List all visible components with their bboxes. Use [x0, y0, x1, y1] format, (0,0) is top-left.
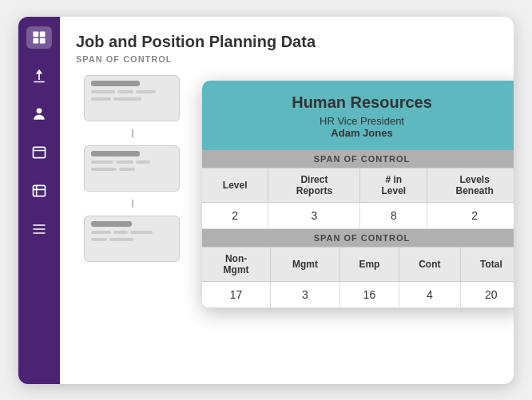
org-dot-2a — [91, 97, 111, 101]
col-levels-beneath: LevelsBeneath — [427, 168, 514, 202]
org-dots-6 — [91, 238, 173, 241]
svg-rect-7 — [34, 185, 46, 196]
page-title: Job and Position Planning Data — [76, 33, 498, 51]
col-mgmt: Mgmt — [271, 247, 340, 281]
panel-role: HR Vice President — [210, 115, 514, 127]
table2-row-1: 17 3 16 4 20 — [202, 281, 514, 307]
org-dots-2 — [91, 97, 173, 101]
org-dot-1c — [136, 90, 156, 93]
org-card-mid — [84, 145, 180, 192]
panel-table-1: Level DirectReports # inLevel LevelsBene… — [202, 168, 514, 229]
cell-emp: 16 — [339, 281, 399, 307]
svg-rect-3 — [40, 38, 46, 43]
org-line-1 — [91, 81, 140, 86]
svg-rect-0 — [34, 31, 39, 37]
col-cont: Cont — [399, 247, 460, 281]
svg-rect-5 — [34, 147, 46, 157]
table1-row-1: 2 3 8 2 — [202, 202, 514, 228]
org-dot-3c — [136, 160, 150, 164]
svg-rect-2 — [34, 38, 39, 43]
org-dot-3b — [116, 160, 133, 164]
org-dots-1 — [91, 90, 173, 93]
org-dot-5a — [91, 231, 111, 234]
panel-department: Human Resources — [210, 93, 514, 112]
cell-direct-reports: 3 — [268, 202, 360, 228]
panel-header: Human Resources HR Vice President Adam J… — [202, 81, 514, 150]
panel-span-label-1: SPAN OF CONTROL — [202, 150, 514, 168]
panel-name: Adam Jones — [210, 127, 514, 139]
org-connector-1 — [132, 129, 133, 137]
cell-levels-beneath: 2 — [427, 202, 514, 228]
svg-point-4 — [37, 108, 42, 113]
detail-panel: Human Resources HR Vice President Adam J… — [202, 81, 514, 308]
section-label: SPAN OF CONTROL — [76, 54, 498, 64]
col-total: Total — [460, 247, 514, 281]
col-num-in-level: # inLevel — [360, 168, 427, 202]
sidebar-icon-grid[interactable] — [26, 26, 52, 49]
org-line-2 — [91, 151, 140, 156]
org-dot-6a — [91, 238, 107, 241]
org-dot-1b — [117, 90, 133, 93]
cell-num-in-level: 8 — [360, 202, 427, 228]
panel-span-label-2: SPAN OF CONTROL — [202, 229, 514, 247]
sidebar-icon-box2[interactable] — [26, 180, 52, 202]
org-dot-3a — [91, 160, 113, 164]
org-dot-4b — [119, 168, 135, 171]
sidebar — [18, 17, 60, 384]
panel-table-2: Non-Mgmt Mgmt Emp Cont Total 17 3 16 4 2… — [202, 247, 514, 308]
org-line-3 — [91, 221, 132, 227]
svg-rect-1 — [40, 31, 46, 37]
cell-non-mgmt: 17 — [202, 281, 271, 307]
org-dots-3 — [91, 160, 173, 164]
cell-total: 20 — [460, 281, 514, 307]
col-non-mgmt: Non-Mgmt — [202, 247, 271, 281]
org-dot-1a — [91, 90, 115, 93]
col-level: Level — [202, 168, 268, 202]
content-area: Job and Position Planning Data SPAN OF C… — [60, 17, 514, 384]
org-card-top — [84, 75, 180, 121]
sidebar-icon-list[interactable] — [26, 218, 52, 240]
org-card-bot — [84, 216, 180, 262]
col-emp: Emp — [339, 247, 399, 281]
org-dot-5c — [130, 231, 153, 234]
org-dots-5 — [91, 231, 173, 234]
sidebar-icon-box1[interactable] — [26, 141, 52, 164]
cell-cont: 4 — [399, 281, 460, 307]
cell-mgmt: 3 — [271, 281, 340, 307]
org-dot-2b — [113, 97, 141, 101]
org-dot-5b — [113, 231, 128, 234]
org-dot-6b — [109, 238, 133, 241]
col-direct-reports: DirectReports — [268, 168, 360, 202]
main-container: Job and Position Planning Data SPAN OF C… — [18, 17, 514, 384]
org-dot-4a — [91, 168, 117, 171]
org-connector-2 — [132, 200, 133, 208]
cell-level: 2 — [202, 202, 268, 228]
sidebar-icon-person[interactable] — [26, 103, 52, 125]
sidebar-icon-upload[interactable] — [26, 65, 52, 87]
org-dots-4 — [91, 168, 173, 171]
